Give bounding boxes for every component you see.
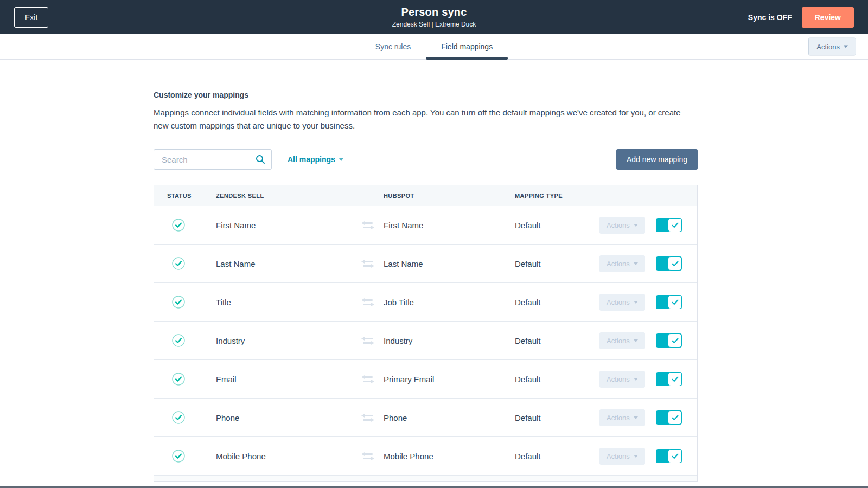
- section-description: Mappings connect individual fields with …: [154, 106, 698, 132]
- toggle-knob: [668, 256, 682, 271]
- status-cell: [154, 373, 216, 386]
- review-button[interactable]: Review: [802, 7, 854, 28]
- row-actions-label: Actions: [607, 260, 630, 268]
- status-cell: [154, 296, 216, 309]
- controls-row: All mappings Add new mapping: [154, 149, 698, 170]
- mapping-row: Mobile Phone Mobile Phone Default Action…: [154, 437, 697, 476]
- page-actions-label: Actions: [816, 43, 840, 51]
- zendesk-field-name: Mobile Phone: [216, 452, 352, 461]
- mapping-toggle[interactable]: [656, 410, 682, 425]
- status-success-icon: [172, 334, 185, 347]
- check-icon: [672, 415, 679, 421]
- check-icon: [672, 338, 679, 344]
- row-actions-button[interactable]: Actions: [599, 294, 645, 311]
- mapping-type: Default: [515, 336, 599, 345]
- mapping-row: Industry Industry Default Actions: [154, 322, 697, 360]
- status-cell: [154, 257, 216, 270]
- row-actions-cell: Actions: [599, 371, 656, 388]
- row-actions-button[interactable]: Actions: [599, 332, 645, 349]
- sync-direction-icon: [361, 452, 375, 461]
- mapping-toggle[interactable]: [656, 333, 682, 348]
- tab-sync-rules[interactable]: Sync rules: [360, 34, 426, 59]
- row-actions-label: Actions: [607, 452, 630, 460]
- zendesk-field-name: Industry: [216, 336, 352, 345]
- row-actions-button[interactable]: Actions: [599, 217, 645, 234]
- sync-arrows-cell: [352, 298, 384, 307]
- toggle-cell: [656, 218, 697, 232]
- exit-button[interactable]: Exit: [14, 7, 48, 28]
- check-icon: [672, 376, 679, 382]
- header-title-block: Person sync Zendesk Sell | Extreme Duck: [392, 6, 476, 28]
- mapping-row: Email Primary Email Default Actions: [154, 360, 697, 399]
- hubspot-field-name: Primary Email: [384, 375, 515, 384]
- chevron-down-icon: [634, 224, 638, 227]
- zendesk-field-name: Title: [216, 298, 352, 307]
- mappings-filter-dropdown[interactable]: All mappings: [288, 155, 343, 164]
- sync-arrows-cell: [352, 413, 384, 422]
- mapping-type: Default: [515, 375, 599, 384]
- mappings-filter-label: All mappings: [288, 155, 335, 164]
- mapping-toggle[interactable]: [656, 372, 682, 386]
- sync-arrows-cell: [352, 221, 384, 230]
- search-input[interactable]: [154, 149, 272, 170]
- check-icon: [672, 261, 679, 267]
- tab-bar: Sync rules Field mappings Actions: [0, 34, 868, 60]
- status-success-icon: [172, 373, 185, 386]
- row-actions-button[interactable]: Actions: [599, 255, 645, 272]
- status-cell: [154, 334, 216, 347]
- chevron-down-icon: [634, 339, 638, 342]
- chevron-down-icon: [339, 158, 343, 161]
- page-title: Person sync: [392, 6, 476, 18]
- active-tab-indicator: [426, 57, 508, 60]
- row-actions-button[interactable]: Actions: [599, 448, 645, 465]
- row-actions-button[interactable]: Actions: [599, 409, 645, 426]
- mapping-toggle[interactable]: [656, 218, 682, 232]
- row-actions-cell: Actions: [599, 217, 656, 234]
- mapping-toggle[interactable]: [656, 449, 682, 463]
- status-cell: [154, 450, 216, 463]
- mapping-toggle[interactable]: [656, 256, 682, 271]
- mapping-type: Default: [515, 259, 599, 268]
- mapping-type: Default: [515, 452, 599, 461]
- add-new-mapping-button[interactable]: Add new mapping: [616, 149, 698, 170]
- row-actions-button[interactable]: Actions: [599, 371, 645, 388]
- row-actions-cell: Actions: [599, 255, 656, 272]
- toggle-knob: [668, 333, 682, 348]
- hubspot-field-name: First Name: [384, 221, 515, 230]
- page-subtitle: Zendesk Sell | Extreme Duck: [392, 21, 476, 28]
- toggle-cell: [656, 256, 697, 271]
- sync-direction-icon: [361, 413, 375, 422]
- chevron-down-icon: [634, 262, 638, 265]
- row-actions-label: Actions: [607, 375, 630, 383]
- toggle-knob: [668, 410, 682, 425]
- hubspot-field-name: Phone: [384, 413, 515, 422]
- section-heading: Customize your mappings: [154, 91, 698, 99]
- check-icon: [672, 453, 679, 459]
- header-right-group: Sync is OFF Review: [748, 7, 854, 28]
- chevron-down-icon: [634, 301, 638, 304]
- tab-field-mappings[interactable]: Field mappings: [426, 34, 508, 59]
- status-cell: [154, 411, 216, 424]
- toggle-cell: [656, 410, 697, 425]
- zendesk-field-name: Email: [216, 375, 352, 384]
- toggle-cell: [656, 295, 697, 309]
- mapping-type: Default: [515, 413, 599, 422]
- search-box: [154, 149, 272, 170]
- page-actions-button[interactable]: Actions: [808, 38, 856, 56]
- row-actions-cell: Actions: [599, 294, 656, 311]
- sync-direction-icon: [361, 336, 375, 345]
- mapping-toggle[interactable]: [656, 295, 682, 309]
- column-header-mapping-type: MAPPING TYPE: [515, 192, 599, 199]
- row-actions-label: Actions: [607, 337, 630, 345]
- column-header-hubspot: HUBSPOT: [384, 192, 515, 199]
- top-header: Exit Person sync Zendesk Sell | Extreme …: [0, 0, 868, 34]
- hubspot-field-name: Job Title: [384, 298, 515, 307]
- zendesk-field-name: Last Name: [216, 259, 352, 268]
- column-header-zendesk-sell: ZENDESK SELL: [216, 192, 352, 199]
- toggle-cell: [656, 449, 697, 463]
- sync-direction-icon: [361, 298, 375, 307]
- status-success-icon: [172, 450, 185, 463]
- row-actions-cell: Actions: [599, 332, 656, 349]
- table-body: First Name First Name Default Actions: [154, 206, 697, 476]
- sync-arrows-cell: [352, 375, 384, 384]
